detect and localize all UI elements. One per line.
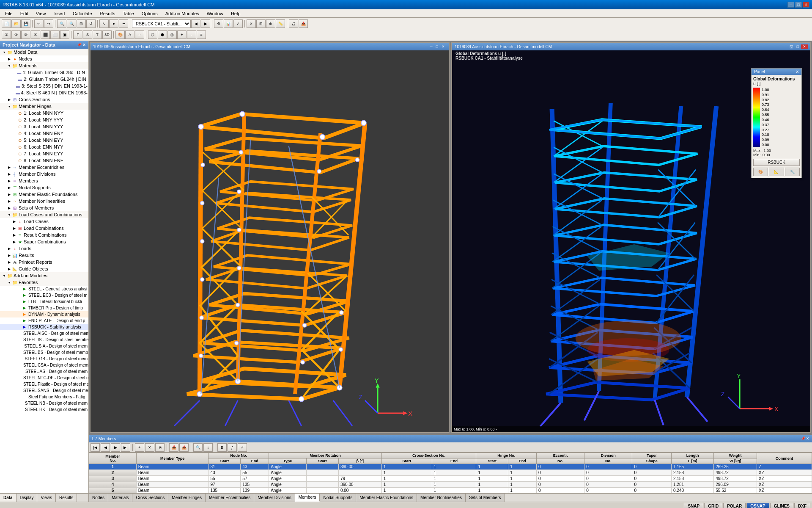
tbl-add[interactable]: +: [135, 443, 144, 452]
tree-hinges[interactable]: 📁 Member Hinges: [0, 103, 88, 110]
nav-tab-display[interactable]: Display: [16, 494, 38, 502]
tb-x[interactable]: ✕: [247, 19, 256, 28]
table-pin[interactable]: 📌: [801, 436, 805, 441]
maximize-btn[interactable]: □: [795, 2, 802, 8]
tbl-bold[interactable]: B: [217, 443, 227, 452]
menu-options[interactable]: Options: [138, 10, 161, 17]
tb-view4[interactable]: ④: [31, 30, 40, 39]
tb-export[interactable]: 📤: [299, 19, 308, 28]
fav-rsbuck[interactable]: ▶ RSBUCK - Stability analysis: [0, 324, 88, 330]
tree-printout[interactable]: ▶ 🖨 Printout Reports: [0, 259, 88, 265]
nav-tab-views[interactable]: Views: [37, 494, 56, 502]
tb-rotate[interactable]: ↺: [86, 19, 96, 28]
tbl-first[interactable]: |◀: [91, 443, 100, 452]
tb-display-wire[interactable]: ⬜: [50, 30, 60, 39]
tab-nodal-supports[interactable]: Nodal Supports: [320, 494, 356, 502]
fav-timber[interactable]: ▶ TIMBER Pro - Design of timb: [0, 305, 88, 311]
nav-tab-data[interactable]: Data: [0, 494, 16, 502]
tbl-next[interactable]: ▶: [111, 443, 120, 452]
tab-sets-members[interactable]: Sets of Members: [466, 494, 505, 502]
tree-hinge8[interactable]: ⊙ 8: Local: NNN ENE: [0, 157, 88, 164]
fav-ltb[interactable]: ▶ LTB - Lateral-torsional buckli: [0, 298, 88, 305]
tb-snap[interactable]: ⊕: [266, 19, 275, 28]
view-left-max[interactable]: □: [435, 44, 439, 49]
tree-sections[interactable]: ▶ ⊞ Cross-Sections: [0, 96, 88, 103]
tb-view2[interactable]: ②: [11, 30, 21, 39]
tree-nodes[interactable]: ▶ ● Nodes: [0, 55, 88, 62]
fav-steel-plastic[interactable]: STEEL Plastic - Design of steel mem: [0, 381, 88, 387]
menu-window[interactable]: Window: [203, 10, 227, 17]
tb-label[interactable]: A: [125, 30, 134, 39]
tb-zoom-in[interactable]: 🔍: [57, 19, 66, 28]
tbl-copy[interactable]: ⎘: [155, 443, 165, 452]
tree-hinge2[interactable]: ⊙ 2: Local: NNY YYY: [0, 116, 88, 123]
fav-steel-aisc[interactable]: STEEL AISC - Design of steel mem: [0, 330, 88, 337]
panel-close[interactable]: ✕: [796, 69, 799, 74]
tb-grid[interactable]: ⊞: [256, 19, 266, 28]
table-close[interactable]: ✕: [806, 436, 809, 441]
status-snap[interactable]: SNAP: [684, 503, 703, 508]
fav-steel-nb[interactable]: STEEL NB - Design of steel mem: [0, 400, 88, 406]
tree-mat2[interactable]: ▬ 2: Glulam Timber GL24h | DIN: [0, 76, 88, 83]
menu-calculate[interactable]: Calculate: [69, 10, 96, 17]
tab-members[interactable]: Members: [295, 494, 320, 502]
fav-steel-csa[interactable]: STEEL CSA - Design of steel memb: [0, 362, 88, 368]
tb-prev[interactable]: ◀: [191, 19, 200, 28]
table-row[interactable]: 1 Beam 31 43 Angle 360.00 1 1 1 1 0: [89, 464, 812, 470]
tb-section1[interactable]: ⬡: [148, 30, 157, 39]
tree-divisions[interactable]: ▶ ┤ Member Divisions: [0, 171, 88, 177]
tb-member[interactable]: ━: [119, 19, 128, 28]
tbl-last[interactable]: ▶|: [121, 443, 130, 452]
tree-load-cases[interactable]: 📁 Load Cases and Combinations: [0, 211, 88, 218]
tb-display-model[interactable]: ⬛: [41, 30, 50, 39]
menu-help[interactable]: Help: [228, 10, 244, 17]
menu-view[interactable]: View: [33, 10, 49, 17]
tree-results[interactable]: ▶ 📊 Results: [0, 252, 88, 259]
menu-table[interactable]: Table: [119, 10, 137, 17]
nav-close[interactable]: ✕: [82, 43, 86, 47]
table-row[interactable]: 3 Beam 55 57 Angle 79 1 1 1 1 0: [89, 476, 812, 482]
tb-undo[interactable]: ↩: [34, 19, 44, 28]
fav-steel-fatigue[interactable]: Steel Fatigue Members - Fatig: [0, 394, 88, 400]
tree-mat4[interactable]: ▬ 4: Steel S 460 N | DIN EN 1993-: [0, 89, 88, 96]
table-row[interactable]: 4 Beam 97 135 Angle 360.00 1 1 1 1 0: [89, 482, 812, 488]
tree-load-comb[interactable]: ▶ ⊞ Load Combinations: [0, 225, 88, 232]
tb-more3[interactable]: ≡: [197, 30, 206, 39]
tbl-export[interactable]: 📤: [179, 443, 189, 452]
view-right-restore[interactable]: ◱: [788, 44, 795, 49]
rsbuck-dropdown[interactable]: RSBUCK CA1 - Stabili...: [132, 19, 191, 28]
tb-next[interactable]: ▶: [201, 19, 210, 28]
tb-view3[interactable]: ③: [21, 30, 30, 39]
nav-pin[interactable]: 📌: [77, 43, 82, 47]
tb-more2[interactable]: -: [187, 30, 196, 39]
table-row[interactable]: 2 Beam 43 55 Angle 1 1 1 1 0 0: [89, 470, 812, 476]
fav-steel-bs[interactable]: STEEL BS - Design of steel memb: [0, 349, 88, 356]
tbl-prev[interactable]: ◀: [101, 443, 110, 452]
tb-zoom-all[interactable]: ⊞: [77, 19, 86, 28]
tree-materials[interactable]: 📁 Materials: [0, 62, 88, 69]
rsbuck-button[interactable]: RSBUCK: [753, 159, 800, 166]
tree-loadcases[interactable]: ▶ ↓ Load Cases: [0, 218, 88, 225]
tree-guide-obj[interactable]: ▶ 📐 Guide Objects: [0, 265, 88, 272]
tbl-del[interactable]: ✕: [145, 443, 154, 452]
menu-insert[interactable]: Insert: [50, 10, 69, 17]
fav-steel-hk[interactable]: STEEL HK - Design of steel mem: [0, 406, 88, 413]
menu-edit[interactable]: Edit: [17, 10, 32, 17]
panel-icon3[interactable]: 🔧: [785, 168, 800, 176]
tb-open[interactable]: 📂: [11, 19, 21, 28]
menu-file[interactable]: File: [2, 10, 16, 17]
fav-steel-gb[interactable]: STEEL GB - Design of steel mem: [0, 356, 88, 362]
tree-eccentricities[interactable]: ▶ ↔ Member Eccentricities: [0, 164, 88, 171]
tab-elastic-found[interactable]: Member Elastic Foundations: [356, 494, 417, 502]
tree-mat1[interactable]: ▬ 1: Glulam Timber GL28c | DIN I: [0, 69, 88, 76]
view-right-close[interactable]: ✕: [801, 44, 808, 49]
tb-redo[interactable]: ↪: [44, 19, 53, 28]
tb-more1[interactable]: +: [177, 30, 187, 39]
tree-model-data[interactable]: 📁 Model Data: [0, 49, 88, 55]
fav-steel-ntc[interactable]: STEEL NTC-DF - Design of steel m: [0, 375, 88, 381]
tree-super-comb[interactable]: ▶ ★ Super Combinations: [0, 238, 88, 245]
tree-hinge3[interactable]: ⊙ 3: Local: NNN YYY: [0, 123, 88, 130]
tree-loads[interactable]: ▶ ↓ Loads: [0, 245, 88, 252]
tree-sets-members[interactable]: ▶ ⊞ Sets of Members: [0, 204, 88, 211]
panel-icon1[interactable]: 🎨: [753, 168, 768, 176]
